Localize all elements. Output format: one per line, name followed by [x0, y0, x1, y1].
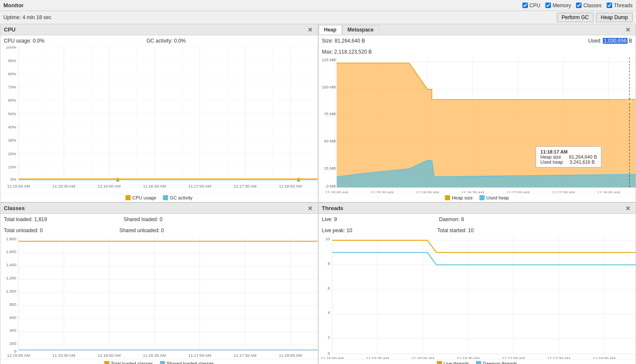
svg-text:40%: 40%	[8, 125, 17, 129]
svg-text:200: 200	[9, 342, 16, 346]
heap-chart-area: 125 MB 100 MB 75 MB 50 MB 25 MB 0 MB	[319, 57, 636, 193]
shared-unloaded-stat: Shared unloaded: 0	[119, 228, 164, 233]
svg-text:11:15:30 AM: 11:15:30 AM	[52, 184, 75, 188]
heap-stat-row1: Size: 81,264,640 B Used: 1,030,656 B	[322, 37, 633, 45]
top-bar: Monitor CPU Memory Classes Threads	[0, 0, 636, 11]
svg-text:11:18:00 AM: 11:18:00 AM	[279, 184, 302, 188]
live-threads-legend: Live threads	[437, 361, 469, 364]
cpu-panel-header: CPU ✕	[0, 24, 318, 35]
live-peak-value: 10	[347, 228, 352, 233]
classes-panel-close[interactable]: ✕	[306, 205, 314, 212]
daemon-threads-legend: Daemon threads	[476, 361, 517, 364]
svg-text:0 MB: 0 MB	[326, 184, 336, 188]
svg-text:11:16:30 AM: 11:16:30 AM	[456, 356, 479, 359]
cpu-checkbox[interactable]	[522, 3, 528, 8]
heap-dump-button[interactable]: Heap Dump	[596, 13, 633, 22]
svg-text:600: 600	[9, 316, 16, 319]
svg-text:11:15:30 AM: 11:15:30 AM	[371, 190, 394, 193]
classes-chart-area: 1,800 1,600 1,400 1,200 1,000 800 600 40…	[0, 236, 318, 359]
heap-panel-close[interactable]: ✕	[624, 26, 632, 33]
threads-checkbox[interactable]	[607, 3, 612, 8]
gc-activity-legend: GC activity	[163, 195, 192, 200]
tab-heap[interactable]: Heap	[319, 25, 342, 34]
shared-unloaded-value: 0	[161, 228, 164, 233]
svg-text:11:17:30 AM: 11:17:30 AM	[234, 354, 257, 358]
memory-checkbox[interactable]	[545, 3, 551, 8]
memory-checkbox-label: Memory	[553, 3, 571, 9]
cpu-panel-title: CPU	[4, 26, 15, 33]
svg-text:6: 6	[328, 286, 330, 290]
threads-stat-row1: Live: 9 Daemon: 8	[322, 216, 633, 223]
heap-max-label: Max:	[322, 49, 333, 55]
uptime-text: Uptime: 4 min 18 sec	[3, 14, 51, 20]
heap-panel-header: Heap Metaspace ✕	[319, 24, 636, 35]
svg-text:11:17:00 AM: 11:17:00 AM	[502, 356, 525, 359]
cpu-checkbox-group[interactable]: CPU	[522, 3, 540, 9]
svg-text:60%: 60%	[8, 98, 17, 102]
app-title: Monitor	[3, 2, 24, 9]
svg-text:1,000: 1,000	[6, 289, 16, 293]
cpu-usage-legend-label: CPU usage	[132, 195, 156, 200]
svg-text:30%: 30%	[8, 138, 17, 142]
svg-text:1,600: 1,600	[6, 250, 16, 254]
threads-legend: Live threads Daemon threads	[319, 359, 636, 364]
svg-marker-50	[337, 63, 636, 188]
total-loaded-legend-color	[104, 361, 109, 364]
heap-legend: Heap size Used heap	[319, 193, 636, 202]
svg-text:11:17:00 AM: 11:17:00 AM	[506, 190, 529, 193]
svg-text:90%: 90%	[8, 58, 17, 63]
uptime-bar: Uptime: 4 min 18 sec Perform GC Heap Dum…	[0, 11, 636, 24]
gc-activity-label: GC activity:	[146, 38, 172, 44]
used-heap-legend-label: Used heap	[486, 195, 509, 200]
svg-text:11:18:00 AM: 11:18:00 AM	[279, 354, 302, 358]
svg-text:11:17:30 AM: 11:17:30 AM	[234, 184, 257, 188]
svg-text:11:15:30 AM: 11:15:30 AM	[366, 356, 389, 359]
classes-legend: Total loaded classes Shared loaded class…	[0, 359, 318, 364]
heap-panel: Heap Metaspace ✕ Size: 81,264,640 B Used…	[318, 24, 636, 202]
daemon-threads-legend-color	[476, 361, 481, 364]
heap-stat-row2: Max: 2,118,123,520 B	[322, 48, 633, 56]
svg-text:80%: 80%	[8, 71, 17, 76]
uptime-value: 4 min 18 sec	[23, 14, 51, 20]
svg-text:11:17:30 AM: 11:17:30 AM	[552, 190, 575, 193]
total-unloaded-stat: Total unloaded: 0	[4, 228, 43, 233]
cpu-panel-stats: CPU usage: 0.0% GC activity: 0.0%	[0, 35, 318, 46]
live-peak-stat: Live peak: 10	[322, 228, 352, 233]
svg-text:11:15:00 AM: 11:15:00 AM	[7, 184, 30, 188]
heap-used-label: Used:	[588, 38, 602, 44]
svg-text:11:17:00 AM: 11:17:00 AM	[188, 354, 211, 358]
top-bar-right: CPU Memory Classes Threads	[522, 3, 633, 9]
threads-checkbox-group[interactable]: Threads	[607, 3, 633, 9]
svg-text:0: 0	[328, 351, 330, 355]
shared-loaded-legend-label: Shared loaded classes	[167, 361, 214, 364]
cpu-panel-close[interactable]: ✕	[306, 26, 314, 33]
threads-checkbox-label: Threads	[614, 3, 633, 9]
memory-checkbox-group[interactable]: Memory	[545, 3, 571, 9]
svg-rect-2	[19, 46, 318, 179]
tab-metaspace[interactable]: Metaspace	[342, 25, 379, 34]
classes-stat-row2: Total unloaded: 0 Shared unloaded: 0	[4, 227, 314, 234]
heap-size-stat: Size: 81,264,640 B	[322, 38, 365, 44]
cpu-usage-legend: CPU usage	[125, 195, 156, 200]
svg-text:50 MB: 50 MB	[324, 139, 336, 143]
svg-text:25 MB: 25 MB	[324, 166, 336, 171]
svg-text:0: 0	[14, 349, 16, 353]
classes-panel: Classes ✕ Total loaded: 1,819 Shared loa…	[0, 202, 318, 364]
classes-checkbox-group[interactable]: Classes	[576, 3, 602, 9]
cpu-usage-stat: CPU usage: 0.0%	[4, 38, 44, 44]
total-loaded-legend: Total loaded classes	[104, 361, 153, 364]
svg-text:100%: 100%	[6, 46, 17, 49]
svg-text:1,400: 1,400	[6, 263, 16, 267]
classes-checkbox[interactable]	[576, 3, 582, 8]
cpu-checkbox-label: CPU	[530, 3, 540, 9]
heap-size-legend: Heap size	[445, 195, 473, 200]
shared-loaded-label: Shared loaded:	[123, 216, 158, 222]
daemon-threads-legend-label: Daemon threads	[483, 361, 517, 364]
threads-panel-close[interactable]: ✕	[624, 205, 632, 212]
svg-text:11:15:00 AM: 11:15:00 AM	[321, 356, 344, 359]
perform-gc-button[interactable]: Perform GC	[557, 13, 593, 22]
total-started-value: 10	[468, 228, 473, 233]
cpu-usage-label: CPU usage:	[4, 38, 31, 44]
live-threads-legend-color	[437, 361, 442, 364]
classes-panel-title: Classes	[4, 205, 25, 211]
